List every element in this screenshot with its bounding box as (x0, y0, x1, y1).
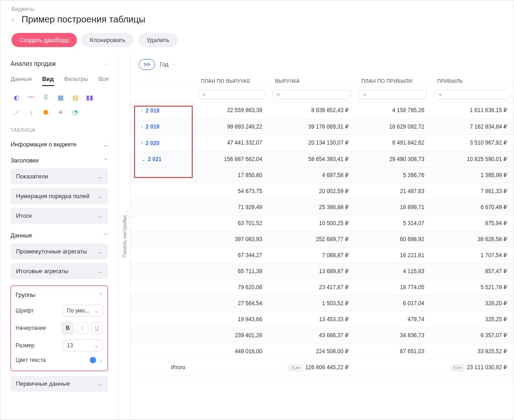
widget-info-toggle[interactable]: Информация о виджете ⌄ (11, 136, 108, 152)
filter-revenue[interactable]: ≂ (272, 90, 352, 99)
delete-button[interactable]: Удалить (138, 33, 178, 47)
cell-plan-revenue: 99 893 249,22 (195, 118, 269, 135)
html-icon[interactable]: ⬢ (40, 106, 52, 118)
tab-all[interactable]: Все (98, 75, 108, 85)
back-chevron-icon[interactable]: ‹ (11, 15, 14, 24)
col-plan-revenue[interactable]: ПЛАН ПО ВЫРУЧКЕ (195, 75, 269, 87)
chart-network-icon[interactable]: ⋰ (11, 106, 22, 118)
table-row[interactable]: 79 620,06 23 417,67 ₽ 18 774,05 5 521,78… (130, 280, 514, 296)
headers-toggle[interactable]: Заголовки ⌃ (11, 152, 108, 168)
year-toggle[interactable]: ⌄ 2 021 (141, 156, 162, 162)
cell-plan-profit: 5 266,76 (355, 167, 431, 183)
filter-plan-profit[interactable]: ≂ (359, 90, 427, 99)
cell-profit: 38 626,58 ₽ (431, 232, 514, 248)
primary-data-item[interactable]: Первичные данные ⌄ (11, 376, 108, 392)
tab-filters[interactable]: Фильтры (64, 75, 88, 85)
clone-button[interactable]: Клонировать (81, 33, 134, 47)
cell-plan-profit: 18 629 092,72 (355, 118, 431, 135)
table-row[interactable]: 67 344,27 7 088,87 ₽ 16 221,61 1 707,54 … (130, 248, 514, 264)
font-select[interactable]: По умо... ⌄ (63, 305, 103, 317)
chart-column-icon[interactable]: ▮▮ (84, 92, 96, 103)
panel-label: Панель настройки (120, 210, 129, 262)
cell-plan-revenue: 63 701,52 (195, 215, 269, 232)
size-select[interactable]: 13 ⌄ (63, 339, 103, 351)
cell-revenue: 7 088,87 ₽ (269, 248, 355, 264)
totals-item[interactable]: Итоги ⌄ (11, 208, 108, 224)
sum-badge: SUM (450, 365, 464, 371)
final-aggregates-item[interactable]: Итоговые агрегаты ⌄ (11, 263, 108, 279)
filter-plan-revenue[interactable]: ≂ (198, 90, 265, 99)
data-toggle[interactable]: Данные ⌃ (11, 227, 108, 243)
chevron-down-icon: ⌄ (98, 193, 103, 199)
tab-view[interactable]: Вид (42, 75, 54, 85)
table-row[interactable]: 71 929,49 25 386,88 ₽ 18 899,71 6 670,49… (130, 199, 514, 215)
year-toggle[interactable]: › 2 020 (141, 140, 159, 146)
expand-all-button[interactable]: >> (139, 59, 155, 70)
cell-plan-revenue: 54 673,75 (195, 183, 269, 199)
italic-button[interactable]: I (76, 322, 88, 334)
sidebar-menu-icon[interactable]: ·· (104, 60, 108, 67)
underline-button[interactable]: U (91, 322, 103, 334)
chevron-icon: ⌄ (141, 157, 145, 162)
data-label: Данные (11, 232, 32, 239)
tab-data[interactable]: Данные (11, 75, 32, 85)
bold-button[interactable]: B (62, 322, 74, 334)
year-toggle[interactable]: › 2 019 (141, 124, 159, 130)
chart-area-icon[interactable]: 〰 (25, 92, 37, 103)
table-row[interactable]: 54 673,75 20 002,59 ₽ 21 487,63 7 861,33… (130, 183, 514, 199)
chevron-down-icon: ⌄ (94, 307, 99, 314)
cell-profit: 7 162 834,84 ₽ (431, 118, 514, 135)
table-row[interactable]: 27 564,54 1 503,52 ₽ 6 017,04 328,20 ₽ (130, 296, 514, 312)
table-row[interactable]: 397 083,93 252 689,77 ₽ 60 698,92 38 626… (130, 232, 514, 248)
table-row-year[interactable]: › 2 020 47 441 332,07 20 134 130,07 ₽ 8 … (130, 135, 514, 151)
cell-plan-profit: 479,74 (355, 312, 431, 328)
create-dashboard-button[interactable]: Создать дашборд (11, 33, 77, 47)
cell-revenue: 39 178 069,31 ₽ (269, 118, 355, 135)
filter-icon: ≂ (363, 92, 367, 97)
filter-profit[interactable]: ≂ (434, 90, 510, 99)
groups-label: Группы (16, 291, 35, 298)
indicators-item[interactable]: Показатели ⌄ (11, 168, 108, 184)
chart-scatter-icon[interactable]: ⠿ (40, 92, 52, 103)
settings-icon[interactable]: ≡ (54, 106, 66, 118)
table-row[interactable]: 19 843,66 13 453,33 ₽ 479,74 325,25 ₽ (130, 312, 514, 328)
cell-plan-revenue: 22 559 863,39 (195, 102, 269, 119)
col-profit[interactable]: ПРИБЫЛЬ (431, 75, 514, 87)
table-row-year[interactable]: › 2 019 99 893 249,22 39 178 069,31 ₽ 18… (130, 118, 514, 135)
chevron-icon: › (141, 140, 143, 145)
cell-plan-profit: 4 158 785,26 (355, 102, 431, 119)
table-row[interactable]: 239 401,28 43 686,37 ₽ 34 836,73 6 357,0… (130, 328, 514, 344)
table-row[interactable]: 65 711,39 13 689,87 ₽ 4 115,83 857,47 ₽ (130, 264, 514, 280)
year-toggle[interactable]: › 2 018 (141, 108, 159, 114)
groups-toggle[interactable]: Группы ⌃ (16, 290, 103, 302)
chart-heatmap-icon[interactable]: ▤ (69, 92, 81, 103)
cell-profit: 6 670,49 ₽ (431, 199, 514, 215)
table-row[interactable]: 449 016,00 224 508,00 ₽ 67 651,03 33 825… (130, 344, 514, 360)
cell-plan-profit: 5 314,07 (355, 215, 431, 232)
cell-plan-revenue: 19 843,66 (195, 312, 269, 328)
field-order-item[interactable]: Нумерация порядка полей ⌄ (11, 188, 108, 204)
download-icon[interactable]: ↓ (25, 106, 37, 118)
chevron-down-icon[interactable]: ⌄ (99, 357, 103, 363)
chart-donut-icon[interactable]: ◐ (11, 92, 22, 103)
cell-profit: 1 611 638,15 ₽ (431, 102, 514, 119)
cell-profit: 33 825,52 ₽ (431, 344, 514, 360)
cell-profit: 5 521,78 ₽ (431, 280, 514, 296)
table-row[interactable]: 63 701,52 10 500,25 ₽ 5 314,07 875,94 ₽ (130, 215, 514, 232)
breadcrumb[interactable]: Виджеты (11, 6, 503, 12)
table-row[interactable]: 17 850,80 4 697,58 ₽ 5 266,76 1 385,99 ₽ (130, 167, 514, 183)
color-swatch[interactable] (90, 357, 96, 363)
cell-profit: 10 825 590,01 ₽ (431, 151, 514, 167)
table-row-year[interactable]: › 2 018 22 559 863,39 8 839 852,43 ₽ 4 1… (130, 102, 514, 119)
col-revenue[interactable]: ВЫРУЧКА (269, 75, 355, 87)
dimension-menu-icon[interactable]: ·· (173, 62, 176, 67)
table-row-year[interactable]: ⌄ 2 021 156 887 562,04 58 654 393,41 ₽ 2… (130, 151, 514, 167)
sub-aggregates-item[interactable]: Промежуточные агрегаты ⌄ (11, 243, 108, 259)
col-plan-profit[interactable]: ПЛАН ПО ПРИБЫЛИ (355, 75, 431, 87)
final-agg-label: Итоговые агрегаты (16, 268, 68, 275)
cell-plan-profit: 16 221,61 (355, 248, 431, 264)
cell-plan-profit: 6 017,04 (355, 296, 431, 312)
gauge-icon[interactable]: ◔ (69, 106, 81, 118)
dimension-label[interactable]: Год (160, 61, 168, 68)
chart-grid-icon[interactable]: ▦ (54, 92, 66, 103)
